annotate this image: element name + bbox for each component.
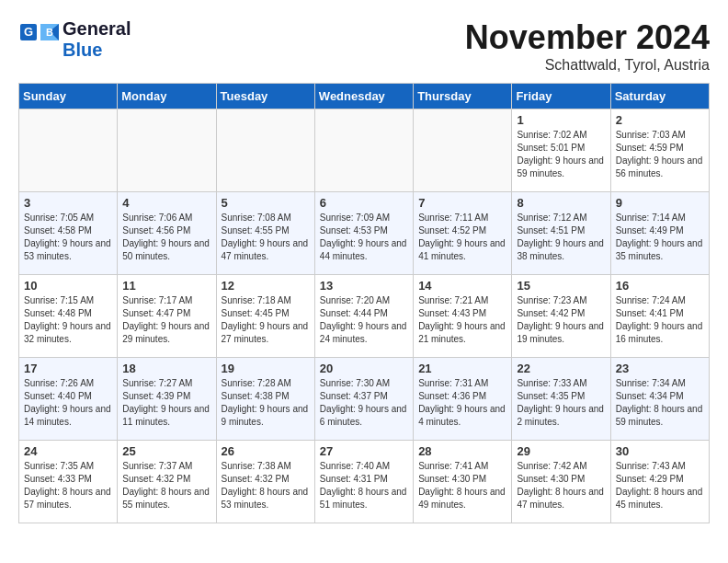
logo-icon: G B [18,22,59,57]
calendar-cell: 16Sunrise: 7:24 AM Sunset: 4:41 PM Dayli… [610,275,709,358]
logo-subtext: Blue [63,40,131,61]
day-number: 8 [517,196,605,210]
day-number: 2 [616,113,704,127]
day-number: 10 [24,279,112,293]
day-number: 17 [24,362,112,375]
calendar-week-row: 3Sunrise: 7:05 AM Sunset: 4:58 PM Daylig… [19,192,710,275]
weekday-header-sunday: Sunday [19,84,118,109]
day-number: 1 [517,113,605,127]
month-title: November 2024 [465,18,710,57]
day-number: 26 [222,444,310,458]
calendar-cell: 6Sunrise: 7:09 AM Sunset: 4:53 PM Daylig… [314,192,413,275]
day-number: 12 [222,279,310,293]
calendar-table: SundayMondayTuesdayWednesdayThursdayFrid… [18,83,710,523]
calendar-cell: 15Sunrise: 7:23 AM Sunset: 4:42 PM Dayli… [512,275,610,358]
calendar-cell: 21Sunrise: 7:31 AM Sunset: 4:36 PM Dayli… [414,358,512,441]
weekday-header-saturday: Saturday [610,84,709,109]
day-info: Sunrise: 7:23 AM Sunset: 4:42 PM Dayligh… [517,294,605,346]
day-info: Sunrise: 7:34 AM Sunset: 4:34 PM Dayligh… [616,377,704,429]
day-info: Sunrise: 7:18 AM Sunset: 4:45 PM Dayligh… [222,294,310,346]
day-number: 27 [320,444,408,458]
day-number: 21 [418,362,506,375]
day-info: Sunrise: 7:05 AM Sunset: 4:58 PM Dayligh… [24,212,112,263]
calendar-cell: 27Sunrise: 7:40 AM Sunset: 4:31 PM Dayli… [314,441,413,523]
calendar-cell: 14Sunrise: 7:21 AM Sunset: 4:43 PM Dayli… [414,275,512,358]
day-number: 15 [517,279,605,293]
calendar-cell: 1Sunrise: 7:02 AM Sunset: 5:01 PM Daylig… [512,109,610,192]
calendar-cell: 8Sunrise: 7:12 AM Sunset: 4:51 PM Daylig… [512,192,610,275]
calendar-cell: 3Sunrise: 7:05 AM Sunset: 4:58 PM Daylig… [19,192,118,275]
calendar-cell: 30Sunrise: 7:43 AM Sunset: 4:29 PM Dayli… [610,441,709,523]
day-info: Sunrise: 7:26 AM Sunset: 4:40 PM Dayligh… [24,377,112,429]
page-header: G B General Blue November 2024 Schattwal… [18,18,710,74]
day-info: Sunrise: 7:38 AM Sunset: 4:32 PM Dayligh… [222,460,310,511]
calendar-cell: 10Sunrise: 7:15 AM Sunset: 4:48 PM Dayli… [19,275,118,358]
day-info: Sunrise: 7:06 AM Sunset: 4:56 PM Dayligh… [122,212,210,263]
day-info: Sunrise: 7:40 AM Sunset: 4:31 PM Dayligh… [320,460,408,511]
calendar-cell: 23Sunrise: 7:34 AM Sunset: 4:34 PM Dayli… [610,358,709,441]
day-info: Sunrise: 7:08 AM Sunset: 4:55 PM Dayligh… [222,212,310,263]
day-number: 9 [616,196,704,210]
calendar-cell: 4Sunrise: 7:06 AM Sunset: 4:56 PM Daylig… [118,192,216,275]
day-number: 30 [616,444,704,458]
calendar-week-row: 24Sunrise: 7:35 AM Sunset: 4:33 PM Dayli… [19,441,710,523]
svg-text:B: B [46,27,53,38]
calendar-cell: 5Sunrise: 7:08 AM Sunset: 4:55 PM Daylig… [216,192,314,275]
calendar-cell: 11Sunrise: 7:17 AM Sunset: 4:47 PM Dayli… [118,275,216,358]
day-number: 20 [320,362,408,375]
calendar-cell: 24Sunrise: 7:35 AM Sunset: 4:33 PM Dayli… [19,441,118,523]
calendar-cell: 17Sunrise: 7:26 AM Sunset: 4:40 PM Dayli… [19,358,118,441]
day-info: Sunrise: 7:20 AM Sunset: 4:44 PM Dayligh… [320,294,408,346]
weekday-header-monday: Monday [118,84,216,109]
day-number: 16 [616,279,704,293]
day-number: 7 [418,196,506,210]
calendar-cell [19,109,118,192]
calendar-cell: 29Sunrise: 7:42 AM Sunset: 4:30 PM Dayli… [512,441,610,523]
calendar-cell [118,109,216,192]
title-area: November 2024 Schattwald, Tyrol, Austria [465,18,710,74]
day-number: 24 [24,444,112,458]
day-info: Sunrise: 7:11 AM Sunset: 4:52 PM Dayligh… [418,212,506,263]
day-info: Sunrise: 7:02 AM Sunset: 5:01 PM Dayligh… [517,129,605,180]
day-info: Sunrise: 7:42 AM Sunset: 4:30 PM Dayligh… [517,460,605,511]
day-number: 19 [222,362,310,375]
calendar-cell: 25Sunrise: 7:37 AM Sunset: 4:32 PM Dayli… [118,441,216,523]
calendar-week-row: 10Sunrise: 7:15 AM Sunset: 4:48 PM Dayli… [19,275,710,358]
day-number: 25 [122,444,210,458]
day-info: Sunrise: 7:12 AM Sunset: 4:51 PM Dayligh… [517,212,605,263]
logo: G B General Blue [18,18,131,61]
calendar-week-row: 1Sunrise: 7:02 AM Sunset: 5:01 PM Daylig… [19,109,710,192]
day-info: Sunrise: 7:27 AM Sunset: 4:39 PM Dayligh… [122,377,210,429]
day-info: Sunrise: 7:14 AM Sunset: 4:49 PM Dayligh… [616,212,704,263]
weekday-header-thursday: Thursday [414,84,512,109]
day-number: 5 [222,196,310,210]
day-number: 3 [24,196,112,210]
calendar-cell: 2Sunrise: 7:03 AM Sunset: 4:59 PM Daylig… [610,109,709,192]
day-info: Sunrise: 7:03 AM Sunset: 4:59 PM Dayligh… [616,129,704,180]
day-number: 13 [320,279,408,293]
calendar-cell: 22Sunrise: 7:33 AM Sunset: 4:35 PM Dayli… [512,358,610,441]
calendar-cell: 9Sunrise: 7:14 AM Sunset: 4:49 PM Daylig… [610,192,709,275]
day-info: Sunrise: 7:24 AM Sunset: 4:41 PM Dayligh… [616,294,704,346]
calendar-cell [314,109,413,192]
svg-text:G: G [24,25,33,39]
day-number: 4 [122,196,210,210]
weekday-header-tuesday: Tuesday [216,84,314,109]
weekday-header-wednesday: Wednesday [314,84,413,109]
day-info: Sunrise: 7:21 AM Sunset: 4:43 PM Dayligh… [418,294,506,346]
calendar-cell: 28Sunrise: 7:41 AM Sunset: 4:30 PM Dayli… [414,441,512,523]
calendar-week-row: 17Sunrise: 7:26 AM Sunset: 4:40 PM Dayli… [19,358,710,441]
weekday-header-friday: Friday [512,84,610,109]
calendar-cell: 18Sunrise: 7:27 AM Sunset: 4:39 PM Dayli… [118,358,216,441]
day-number: 23 [616,362,704,375]
day-number: 18 [122,362,210,375]
day-info: Sunrise: 7:43 AM Sunset: 4:29 PM Dayligh… [616,460,704,511]
day-info: Sunrise: 7:41 AM Sunset: 4:30 PM Dayligh… [418,460,506,511]
calendar-cell: 20Sunrise: 7:30 AM Sunset: 4:37 PM Dayli… [314,358,413,441]
day-info: Sunrise: 7:31 AM Sunset: 4:36 PM Dayligh… [418,377,506,429]
logo-text: General [63,18,131,40]
day-info: Sunrise: 7:09 AM Sunset: 4:53 PM Dayligh… [320,212,408,263]
calendar-cell: 26Sunrise: 7:38 AM Sunset: 4:32 PM Dayli… [216,441,314,523]
calendar-cell: 7Sunrise: 7:11 AM Sunset: 4:52 PM Daylig… [414,192,512,275]
day-info: Sunrise: 7:30 AM Sunset: 4:37 PM Dayligh… [320,377,408,429]
